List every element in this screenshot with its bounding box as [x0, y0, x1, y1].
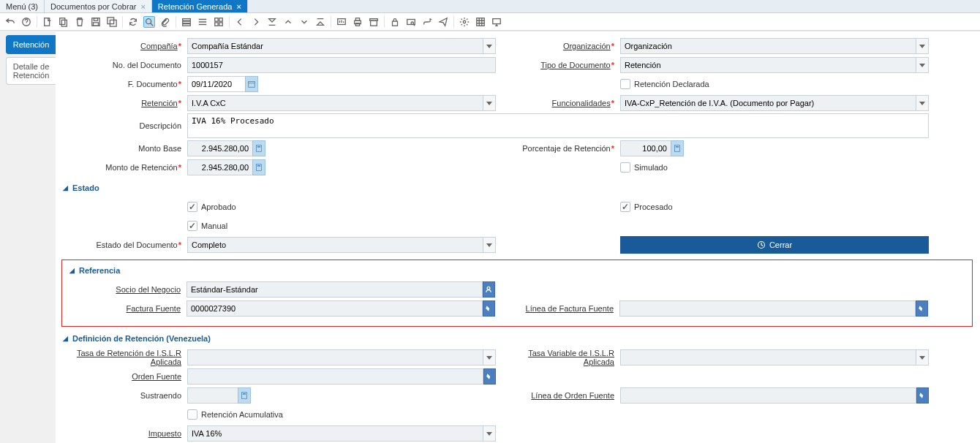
ret-declarada-checkbox[interactable]: Retención Declarada	[620, 79, 709, 89]
tab-retencion-generada[interactable]: Retención Generada ×	[152, 0, 248, 12]
nav-next-icon[interactable]	[250, 16, 262, 28]
last-icon[interactable]	[314, 16, 326, 28]
aprobado-checkbox[interactable]: Aprobado	[187, 202, 236, 212]
label-socio: Socio del Negocio	[116, 285, 181, 294]
save-all-icon[interactable]	[106, 16, 118, 28]
estado-doc-select[interactable]	[187, 237, 496, 253]
cerrar-button[interactable]: Cerrar	[620, 236, 929, 254]
impuesto-select[interactable]	[187, 425, 496, 442]
list-icon[interactable]	[197, 16, 208, 28]
organizacion-select[interactable]	[620, 38, 929, 54]
tasa-islr-select[interactable]	[187, 349, 496, 366]
toggle-icon[interactable]	[213, 16, 225, 28]
form-content[interactable]: Compañía* Organización*	[56, 31, 980, 443]
procesado-checkbox[interactable]: Procesado	[620, 202, 673, 212]
chevron-down-icon[interactable]	[916, 38, 929, 54]
link-icon[interactable]	[916, 300, 928, 317]
ret-acum-checkbox[interactable]: Retención Acumulativa	[187, 409, 283, 420]
csv-icon[interactable]	[475, 16, 486, 28]
svg-rect-5	[94, 18, 97, 20]
compania-select[interactable]	[187, 38, 496, 54]
gear-icon[interactable]	[459, 16, 470, 28]
simulado-checkbox[interactable]: Simulado	[620, 162, 668, 173]
svg-rect-3	[61, 20, 67, 26]
section-def-ret-header[interactable]: ◢Definición de Retención (Venezuela)	[63, 334, 929, 343]
archive-icon[interactable]	[368, 16, 380, 28]
tab-menu-label: Menú (3)	[6, 2, 38, 11]
calculator-icon[interactable]	[238, 387, 251, 404]
workflow-icon[interactable]	[421, 16, 433, 28]
monto-base-input[interactable]	[187, 140, 253, 156]
grid-icon[interactable]	[181, 16, 192, 28]
link-icon[interactable]	[916, 387, 929, 404]
link-icon[interactable]	[483, 368, 496, 385]
chevron-down-icon[interactable]	[916, 57, 929, 73]
refresh-icon[interactable]	[127, 16, 139, 28]
calculator-icon[interactable]	[252, 140, 265, 156]
monto-ret-input[interactable]	[187, 159, 253, 175]
socio-input[interactable]	[186, 281, 483, 298]
report-icon[interactable]	[336, 16, 347, 28]
linea-orden-fuente-input[interactable]	[620, 387, 916, 404]
label-procesado: Procesado	[634, 202, 673, 211]
funcionalidades-select[interactable]	[620, 95, 929, 111]
calculator-icon[interactable]	[671, 140, 684, 156]
svg-rect-31	[257, 146, 260, 147]
side-tab-retencion[interactable]: Retención	[6, 35, 56, 54]
svg-rect-22	[371, 20, 377, 26]
referencia-highlight-box: ◢Referencia Socio del Negocio	[61, 260, 973, 327]
first-icon[interactable]	[266, 16, 278, 28]
descripcion-textarea[interactable]: IVA 16% Procesado	[187, 113, 929, 138]
chevron-down-icon[interactable]	[483, 95, 496, 111]
no-doc-input[interactable]	[187, 57, 496, 73]
print-icon[interactable]	[352, 16, 363, 28]
link-icon[interactable]	[483, 300, 495, 317]
f-doc-input[interactable]	[187, 76, 246, 92]
delete-icon[interactable]	[74, 16, 86, 28]
side-tab-detalle[interactable]: Detalle de Retención	[6, 57, 56, 85]
sustraendo-input[interactable]	[187, 387, 238, 404]
close-icon[interactable]: ×	[236, 2, 241, 11]
new-icon[interactable]	[42, 16, 53, 28]
chevron-down-icon[interactable]	[916, 349, 929, 366]
section-referencia-header[interactable]: ◢Referencia	[69, 266, 972, 275]
orden-fuente-input[interactable]	[187, 368, 483, 385]
lock-icon[interactable]	[389, 16, 401, 28]
calculator-icon[interactable]	[252, 159, 265, 175]
undo-icon[interactable]	[4, 16, 16, 28]
svg-rect-6	[94, 22, 99, 25]
factura-fuente-input[interactable]	[186, 300, 483, 317]
retencion-select[interactable]	[187, 95, 496, 111]
help-icon[interactable]	[20, 16, 32, 28]
svg-point-9	[146, 18, 151, 23]
linea-factura-fuente-input[interactable]	[619, 300, 916, 317]
tipo-doc-select[interactable]	[620, 57, 929, 73]
chevron-down-icon[interactable]	[483, 349, 496, 366]
monitor-icon[interactable]	[491, 16, 502, 28]
section-estado-header[interactable]: ◢Estado	[63, 183, 929, 192]
label-porc-ret: Porcentaje de Retención	[522, 144, 610, 153]
tab-docs-cobrar[interactable]: Documentos por Cobrar ×	[45, 0, 152, 12]
copy-icon[interactable]	[58, 16, 69, 28]
down-icon[interactable]	[298, 16, 310, 28]
svg-rect-14	[219, 18, 222, 20]
nav-prev-icon[interactable]	[234, 16, 246, 28]
tab-menu[interactable]: Menú (3)	[0, 0, 45, 12]
chevron-down-icon[interactable]	[483, 425, 496, 442]
attachment-icon[interactable]	[159, 16, 171, 28]
chevron-down-icon[interactable]	[483, 237, 496, 253]
chevron-down-icon[interactable]	[916, 95, 929, 111]
save-icon[interactable]	[90, 16, 102, 28]
zoom-icon[interactable]	[405, 16, 417, 28]
tasa-islr-var-select[interactable]	[620, 349, 929, 366]
search-icon[interactable]	[143, 16, 155, 28]
close-icon[interactable]: ×	[140, 2, 145, 11]
up-icon[interactable]	[282, 16, 294, 28]
lookup-icon[interactable]	[483, 281, 495, 298]
send-icon[interactable]	[437, 16, 449, 28]
porc-ret-input[interactable]	[620, 140, 671, 156]
svg-point-25	[411, 22, 414, 25]
calendar-icon[interactable]	[245, 76, 258, 92]
manual-checkbox[interactable]: Manual	[187, 221, 227, 231]
chevron-down-icon[interactable]	[483, 38, 496, 54]
